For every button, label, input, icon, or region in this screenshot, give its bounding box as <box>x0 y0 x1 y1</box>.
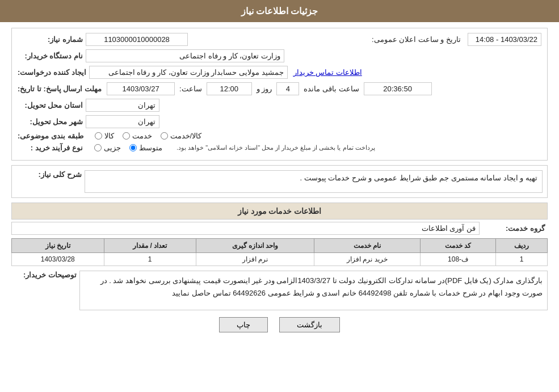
tabaqe-option-kala-khedmat[interactable]: کالا/خدمت <box>161 132 202 140</box>
now-farayand-text: پرداخت تمام یا بخشی از مبلغ خریدار از مح… <box>176 144 375 151</box>
now-farayand-radio-motavasset[interactable] <box>129 144 137 151</box>
tarikh-elan-value: 1403/03/22 - 14:08 <box>468 33 541 46</box>
page-title: جزئیات اطلاعات نیاز <box>241 6 318 16</box>
shahr-value: تهران <box>86 115 159 128</box>
nam-dastgah-label: نام دستگاه خریدار: <box>18 52 86 60</box>
mohlat-time-value: 12:00 <box>207 82 252 95</box>
shomara-niaz-value: 1103000010000028 <box>86 33 188 46</box>
nam-dastgah-row: وزارت تعاون، کار و رفاه اجتماعی نام دستگ… <box>18 49 541 62</box>
bazgasht-button[interactable]: بازگشت <box>279 317 340 332</box>
services-table-section: ردیف کد خدمت نام خدمت واحد اندازه گیری ت… <box>11 238 548 266</box>
mohlat-date-value: 1403/03/27 <box>107 82 175 95</box>
ijad-konande-label: ایجاد کننده درخواست: <box>18 68 89 77</box>
tosihaat-content: بارگذاری مدارک (یک فایل PDF)در سامانه تد… <box>79 271 548 310</box>
col-tedad: تعداد / مقدار <box>104 239 196 253</box>
page-wrapper: جزئیات اطلاعات نیاز 1403/03/22 - 14:08 ت… <box>0 0 559 392</box>
col-radif: ردیف <box>496 239 548 253</box>
shomara-niaz-label: شماره نیاز: <box>18 35 86 44</box>
tabaqe-radio-kala[interactable] <box>95 132 102 140</box>
col-kod: کد خدمت <box>420 239 496 253</box>
etelaat-section-title: اطلاعات خدمات مورد نیاز <box>11 203 548 220</box>
mohlat-roz-label: روز و <box>254 85 275 93</box>
col-vahed: واحد اندازه گیری <box>196 239 314 253</box>
mohlat-time-label: ساعت: <box>177 85 204 93</box>
tosihaat-label: توصیحات خریدار: <box>11 271 79 279</box>
tarikh-elan-label: تاریخ و ساعت اعلان عمومی: <box>369 35 463 44</box>
tabaqe-option-khedmat-label: خدمت <box>132 132 152 140</box>
tabaqe-option-khedmat[interactable]: خدمت <box>123 132 152 140</box>
tabaqe-radio-kala-khedmat[interactable] <box>161 132 168 140</box>
mohlat-saat-mande-value: 20:36:50 <box>364 82 432 95</box>
grooh-value: فن آوری اطلاعات <box>11 222 480 235</box>
tabaqe-option-kala-khedmat-label: کالا/خدمت <box>170 132 202 140</box>
tabaqe-row: کالا/خدمت خدمت کالا طبقه بندی موضوعی: <box>18 132 541 140</box>
ijad-konande-row: اطلاعات تماس خریدار جمشید مولایی حسابدار… <box>18 66 541 79</box>
col-tarikh: تاریخ نیاز <box>12 239 104 253</box>
sharh-niaz-content: تهیه و ایجاد سامانه مستمری جم طبق شرایط … <box>85 170 543 193</box>
tabaqe-option-kala-label: کالا <box>104 132 114 140</box>
etelaat-tamas-link[interactable]: اطلاعات تماس خریدار <box>293 68 362 77</box>
mohlat-row: 20:36:50 ساعت باقی مانده 4 روز و 12:00 س… <box>18 82 541 95</box>
page-header: جزئیات اطلاعات نیاز <box>0 0 559 22</box>
now-farayand-radio-group: متوسط جزیی <box>94 144 162 152</box>
ijad-konande-value: جمشید مولایی حسابدار وزارت تعاون، کار و … <box>89 66 288 79</box>
shomara-tarikh-row: 1403/03/22 - 14:08 تاریخ و ساعت اعلان عم… <box>18 33 541 46</box>
sharh-niaz-section: تهیه و ایجاد سامانه مستمری جم طبق شرایط … <box>11 165 548 198</box>
now-farayand-option-jozi[interactable]: جزیی <box>94 144 121 152</box>
sharh-niaz-label: شرح کلی نیاز: <box>16 170 85 179</box>
shahr-label: شهر محل تحویل: <box>18 117 86 126</box>
main-form-section: 1403/03/22 - 14:08 تاریخ و ساعت اعلان عم… <box>11 28 548 161</box>
services-table: ردیف کد خدمت نام خدمت واحد اندازه گیری ت… <box>11 238 548 266</box>
tabaqe-radio-group: کالا/خدمت خدمت کالا <box>95 132 202 140</box>
now-farayand-label: نوع فرآیند خرید : <box>18 144 86 152</box>
now-farayand-row: پرداخت تمام یا بخشی از مبلغ خریدار از مح… <box>18 144 541 152</box>
tabaqe-option-kala[interactable]: کالا <box>95 132 114 140</box>
shahr-row: تهران شهر محل تحویل: <box>18 115 541 128</box>
content-area: 1403/03/22 - 14:08 تاریخ و ساعت اعلان عم… <box>0 22 559 338</box>
cell-radif: 1 <box>496 253 548 266</box>
mohlat-label: مهلت ارسال پاسخ: تا تاریخ: <box>18 85 104 93</box>
cell-vahed: نرم افزار <box>196 253 314 266</box>
grooh-label: گروه خدمت: <box>480 224 548 233</box>
now-farayand-option-motavasset[interactable]: متوسط <box>129 144 162 152</box>
cell-kod: ف-108 <box>420 253 496 266</box>
table-row: 1 ف-108 خرید نرم افزار نرم افزار 1 1403/… <box>12 253 548 266</box>
ostan-value: تهران <box>86 99 159 112</box>
cell-nam: خرید نرم افزار <box>314 253 420 266</box>
tabaqe-label: طبقه بندی موضوعی: <box>18 132 86 140</box>
col-nam: نام خدمت <box>314 239 420 253</box>
cell-tedad: 1 <box>104 253 196 266</box>
tosihaat-section: بارگذاری مدارک (یک فایل PDF)در سامانه تد… <box>11 271 548 310</box>
cell-tarikh: 1403/03/28 <box>12 253 104 266</box>
tabaqe-radio-khedmat[interactable] <box>123 132 130 140</box>
ostan-row: تهران استان محل تحویل: <box>18 99 541 112</box>
table-header-row: ردیف کد خدمت نام خدمت واحد اندازه گیری ت… <box>12 239 548 253</box>
ostan-label: استان محل تحویل: <box>18 101 86 109</box>
mohlat-roz-value: 4 <box>276 82 299 95</box>
now-farayand-option-jozi-label: جزیی <box>104 144 121 152</box>
buttons-row: بازگشت چاپ <box>11 317 548 332</box>
now-farayand-option-motavasset-label: متوسط <box>139 144 162 152</box>
now-farayand-radio-jozi[interactable] <box>94 144 102 151</box>
grooh-row: گروه خدمت: فن آوری اطلاعات <box>11 222 548 235</box>
mohlat-saat-mande-label: ساعت باقی مانده <box>301 85 361 93</box>
nam-dastgah-value: وزارت تعاون، کار و رفاه اجتماعی <box>86 49 284 62</box>
chap-button[interactable]: چاپ <box>219 317 268 332</box>
